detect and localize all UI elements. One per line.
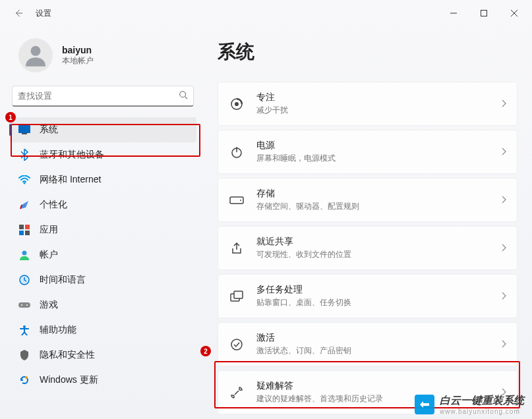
- card-title: 存储: [256, 188, 489, 200]
- card-subtitle: 减少干扰: [256, 105, 489, 116]
- svg-point-22: [235, 102, 239, 106]
- card-activation[interactable]: 激活 激活状态、订阅、产品密钥: [218, 322, 517, 366]
- accessibility-icon: [18, 324, 30, 336]
- titlebar: 设置: [0, 0, 532, 26]
- card-subtitle: 屏幕和睡眠，电源模式: [256, 153, 489, 164]
- card-title: 电源: [256, 140, 489, 152]
- titlebar-left: 设置: [13, 8, 51, 19]
- username: baiyun: [62, 45, 94, 55]
- update-icon: [18, 374, 30, 386]
- card-subtitle: 贴靠窗口、桌面、任务切换: [256, 297, 489, 308]
- system-icon: [18, 124, 30, 136]
- sidebar-item-system[interactable]: 系统: [9, 117, 196, 142]
- annotation-badge-1: 1: [5, 112, 16, 123]
- search-icon: [179, 90, 188, 102]
- content: baiyun 本地帐户 系统 蓝牙和: [0, 26, 532, 419]
- page-title: 系统: [218, 40, 517, 65]
- main-panel: 系统 专注 减少干扰 电源 屏幕和睡眠，电源模式: [203, 26, 532, 419]
- svg-point-17: [21, 304, 22, 306]
- minimize-button[interactable]: [438, 3, 469, 24]
- svg-point-19: [23, 325, 26, 328]
- card-text: 专注 减少干扰: [256, 92, 489, 116]
- nav-label: 网络和 Internet: [40, 174, 101, 186]
- troubleshoot-icon: [229, 385, 245, 401]
- card-title: 疑难解答: [256, 380, 489, 392]
- search-wrap: [0, 86, 203, 113]
- sidebar-item-time[interactable]: 时间和语言: [9, 267, 196, 293]
- chevron-right-icon: [501, 242, 506, 254]
- search-box[interactable]: [12, 86, 194, 107]
- svg-point-14: [22, 251, 27, 256]
- watermark-text: 白云一键重装系统 www.baiyunxitong.com: [440, 394, 524, 415]
- focus-icon: [229, 96, 245, 112]
- annotation-badge-2: 2: [200, 346, 211, 356]
- search-input[interactable]: [18, 91, 179, 101]
- nav-label: 时间和语言: [40, 274, 86, 286]
- nav-label: 个性化: [40, 199, 67, 211]
- card-title: 就近共享: [256, 236, 489, 248]
- time-icon: [18, 274, 30, 286]
- card-subtitle: 存储空间、驱动器、配置规则: [256, 201, 489, 212]
- card-focus[interactable]: 专注 减少干扰: [218, 82, 517, 126]
- user-info: baiyun 本地帐户: [62, 45, 94, 67]
- bluetooth-icon: [18, 149, 30, 161]
- card-subtitle: 可发现性、收到文件的位置: [256, 249, 489, 260]
- svg-point-29: [231, 339, 242, 350]
- chevron-right-icon: [501, 194, 506, 206]
- nav-label: 帐户: [40, 249, 58, 261]
- sidebar-item-accounts[interactable]: 帐户: [9, 242, 196, 267]
- sidebar-item-privacy[interactable]: 隐私和安全性: [9, 343, 196, 368]
- chevron-right-icon: [501, 291, 506, 302]
- card-text: 电源 屏幕和睡眠，电源模式: [256, 140, 489, 164]
- svg-point-18: [26, 304, 28, 306]
- sidebar-item-accessibility[interactable]: 辅助功能: [9, 318, 196, 343]
- nav-label: 辅助功能: [40, 324, 76, 336]
- card-title: 多任务处理: [256, 284, 489, 296]
- card-storage[interactable]: 存储 存储空间、驱动器、配置规则: [218, 178, 517, 222]
- window-controls: [438, 3, 529, 24]
- gaming-icon: [18, 299, 30, 311]
- card-title: 激活: [256, 332, 489, 344]
- card-share[interactable]: 就近共享 可发现性、收到文件的位置: [218, 226, 517, 270]
- close-button[interactable]: [499, 3, 529, 24]
- nav-label: 游戏: [40, 299, 58, 311]
- card-text: 激活 激活状态、订阅、产品密钥: [256, 332, 489, 356]
- sidebar-item-gaming[interactable]: 游戏: [9, 293, 196, 318]
- settings-window: 设置 baiyun 本地帐户: [0, 0, 532, 419]
- card-subtitle: 激活状态、订阅、产品密钥: [256, 345, 489, 356]
- sidebar-item-update[interactable]: Windows 更新: [9, 368, 196, 393]
- multitask-icon: [229, 289, 245, 304]
- chevron-right-icon: [501, 146, 506, 158]
- svg-point-4: [31, 46, 41, 56]
- sidebar-item-network[interactable]: 网络和 Internet: [9, 167, 196, 192]
- card-text: 存储 存储空间、驱动器、配置规则: [256, 188, 489, 212]
- sidebar-item-bluetooth[interactable]: 蓝牙和其他设备: [9, 142, 196, 167]
- wifi-icon: [18, 174, 30, 186]
- svg-point-20: [25, 376, 28, 379]
- nav-label: Windows 更新: [40, 374, 98, 386]
- user-block[interactable]: baiyun 本地帐户: [0, 32, 203, 86]
- sidebar-item-apps[interactable]: 应用: [9, 217, 196, 242]
- settings-cards: 专注 减少干扰 电源 屏幕和睡眠，电源模式 存储: [218, 82, 517, 416]
- sidebar: baiyun 本地帐户 系统 蓝牙和: [0, 26, 203, 419]
- watermark: 白云一键重装系统 www.baiyunxitong.com: [415, 394, 524, 415]
- card-text: 就近共享 可发现性、收到文件的位置: [256, 236, 489, 260]
- back-button[interactable]: [13, 8, 24, 18]
- svg-rect-10: [19, 225, 24, 229]
- svg-rect-16: [18, 302, 30, 308]
- power-icon: [229, 144, 245, 160]
- card-multitask[interactable]: 多任务处理 贴靠窗口、桌面、任务切换: [218, 274, 517, 318]
- watermark-icon: [415, 395, 434, 414]
- svg-rect-1: [481, 11, 487, 16]
- storage-icon: [229, 192, 245, 208]
- app-title: 设置: [36, 8, 51, 19]
- chevron-right-icon: [501, 339, 506, 350]
- card-power[interactable]: 电源 屏幕和睡眠，电源模式: [218, 130, 517, 174]
- sidebar-item-personalization[interactable]: 个性化: [9, 192, 196, 217]
- svg-line-6: [185, 96, 188, 99]
- maximize-button[interactable]: [469, 3, 499, 24]
- nav-label: 蓝牙和其他设备: [40, 149, 104, 161]
- account-icon: [18, 249, 30, 261]
- card-text: 多任务处理 贴靠窗口、桌面、任务切换: [256, 284, 489, 308]
- svg-point-26: [240, 200, 241, 201]
